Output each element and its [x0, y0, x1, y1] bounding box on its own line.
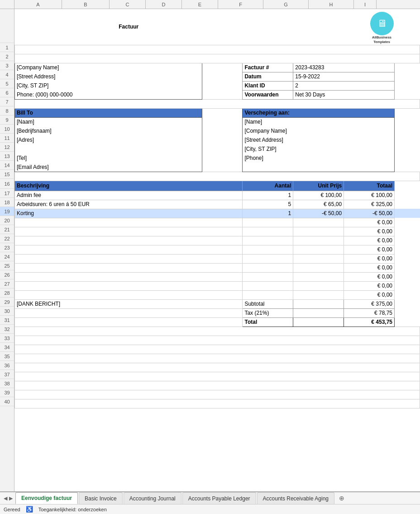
- col-header-i[interactable]: I: [354, 0, 377, 9]
- row-num-34[interactable]: 34: [0, 343, 14, 352]
- row28-unit[interactable]: [293, 290, 344, 299]
- col-header-h[interactable]: H: [309, 0, 354, 9]
- ship-name[interactable]: [Name]: [243, 117, 395, 126]
- row21-desc[interactable]: [15, 227, 243, 236]
- bill-naam[interactable]: [Naam]: [15, 117, 202, 126]
- row-num-17[interactable]: 17: [0, 189, 14, 198]
- tab-basic-invoice[interactable]: Basic Invoice: [79, 492, 123, 504]
- row25-desc[interactable]: [15, 263, 243, 272]
- row-num-40[interactable]: 40: [0, 397, 14, 406]
- row26-unit[interactable]: [293, 272, 344, 281]
- ship-city[interactable]: [City, ST ZIP]: [243, 144, 395, 154]
- row17-desc[interactable]: Admin fee: [15, 191, 243, 200]
- row28-qty[interactable]: [243, 290, 293, 299]
- row-num-32[interactable]: 32: [0, 325, 14, 334]
- city[interactable]: [City, ST ZIP]: [15, 81, 202, 90]
- datum-value[interactable]: 15-9-2022: [293, 72, 395, 81]
- row-num-31[interactable]: 31: [0, 316, 14, 325]
- voorwaarden-value[interactable]: Net 30 Days: [293, 90, 395, 99]
- row-num-18[interactable]: 18: [0, 198, 14, 207]
- ship-phone[interactable]: [Phone]: [243, 154, 395, 163]
- factuur-value[interactable]: 2023-43283: [293, 63, 395, 72]
- row-num-5[interactable]: 5: [0, 79, 14, 88]
- row26-desc[interactable]: [15, 272, 243, 281]
- row-num-28[interactable]: 28: [0, 288, 14, 298]
- col-header-g[interactable]: G: [263, 0, 309, 9]
- row27-unit[interactable]: [293, 281, 344, 290]
- row27-desc[interactable]: [15, 281, 243, 290]
- row22-desc[interactable]: [15, 236, 243, 245]
- row20-desc[interactable]: [15, 218, 243, 227]
- row18-unit[interactable]: € 65,00: [293, 200, 344, 209]
- row28-desc[interactable]: [15, 290, 243, 299]
- row-num-21[interactable]: 21: [0, 225, 14, 234]
- row19-total[interactable]: -€ 50,00: [344, 209, 395, 218]
- row18-total[interactable]: € 325,00: [344, 200, 395, 209]
- row26-qty[interactable]: [243, 272, 293, 281]
- row17-unit[interactable]: € 100,00: [293, 191, 344, 200]
- row23-unit[interactable]: [293, 245, 344, 254]
- row-num-3[interactable]: 3: [0, 61, 14, 70]
- street-address[interactable]: [Street Address]: [15, 72, 202, 81]
- row-num-2[interactable]: 2: [0, 52, 14, 61]
- col-header-a[interactable]: A: [14, 0, 62, 9]
- row23-desc[interactable]: [15, 245, 243, 254]
- row25-qty[interactable]: [243, 263, 293, 272]
- row-num-27[interactable]: 27: [0, 279, 14, 288]
- row-num-19[interactable]: 19: [0, 207, 14, 216]
- row-num-8[interactable]: 8: [0, 106, 14, 115]
- tab-prev-icon[interactable]: ◀: [3, 495, 8, 501]
- row24-unit[interactable]: [293, 254, 344, 263]
- company-name[interactable]: [Company Name]: [15, 63, 202, 72]
- col-header-f[interactable]: F: [218, 0, 263, 9]
- row-num-4[interactable]: 4: [0, 70, 14, 79]
- col-header-c[interactable]: C: [110, 0, 146, 9]
- row24-desc[interactable]: [15, 254, 243, 263]
- row19-desc[interactable]: Korting: [15, 209, 243, 218]
- row17-total[interactable]: € 100,00: [344, 191, 395, 200]
- row22-qty[interactable]: [243, 236, 293, 245]
- col-header-d[interactable]: D: [146, 0, 182, 9]
- row24-qty[interactable]: [243, 254, 293, 263]
- row-num-11[interactable]: 11: [0, 134, 14, 143]
- bill-tel[interactable]: [Tel]: [15, 154, 202, 163]
- dank-bericht[interactable]: [DANK BERICHT]: [15, 299, 243, 308]
- row-num-26[interactable]: 26: [0, 270, 14, 279]
- col-header-b[interactable]: B: [62, 0, 110, 9]
- row-num-29[interactable]: 29: [0, 298, 14, 307]
- row19-qty[interactable]: 1: [243, 209, 293, 218]
- tab-accounts-payable-ledger[interactable]: Accounts Payable Ledger: [182, 492, 256, 504]
- row-num-25[interactable]: 25: [0, 261, 14, 270]
- row-num-39[interactable]: 39: [0, 388, 14, 397]
- row23-qty[interactable]: [243, 245, 293, 254]
- row-num-37[interactable]: 37: [0, 370, 14, 379]
- row-num-7[interactable]: 7: [0, 97, 14, 106]
- row25-unit[interactable]: [293, 263, 344, 272]
- bill-email[interactable]: [Email Adres]: [15, 163, 202, 172]
- row20-unit[interactable]: [293, 218, 344, 227]
- phone[interactable]: Phone: (000) 000-0000: [15, 90, 202, 99]
- row21-qty[interactable]: [243, 227, 293, 236]
- bill-bedrijf[interactable]: [Bedrijfsnaam]: [15, 126, 202, 135]
- row20-qty[interactable]: [243, 218, 293, 227]
- accessibility-status[interactable]: Toegankelijkheid: onderzoeken: [38, 507, 107, 512]
- row18-desc[interactable]: Arbeidsuren: 6 uren á 50 EUR: [15, 200, 243, 209]
- tab-add-button[interactable]: ⊕: [335, 492, 348, 504]
- row-num-12[interactable]: 12: [0, 143, 14, 152]
- row-num-16[interactable]: 16: [0, 179, 14, 189]
- row-num-6[interactable]: 6: [0, 88, 14, 97]
- row-num-35[interactable]: 35: [0, 352, 14, 361]
- row-num-33[interactable]: 33: [0, 334, 14, 343]
- col-header-e[interactable]: E: [182, 0, 218, 9]
- row-num-9[interactable]: 9: [0, 115, 14, 125]
- tab-accounts-receivable-aging[interactable]: Accounts Receivable Aging: [257, 492, 334, 504]
- row-num-14[interactable]: 14: [0, 161, 14, 170]
- row-num-1[interactable]: 1: [0, 43, 14, 52]
- row-num-20[interactable]: 20: [0, 216, 14, 225]
- tab-next-icon[interactable]: ▶: [8, 495, 14, 501]
- row17-qty[interactable]: 1: [243, 191, 293, 200]
- row-num-15[interactable]: 15: [0, 170, 14, 179]
- row-num-36[interactable]: 36: [0, 361, 14, 370]
- klant-value[interactable]: 2: [293, 81, 395, 90]
- row27-qty[interactable]: [243, 281, 293, 290]
